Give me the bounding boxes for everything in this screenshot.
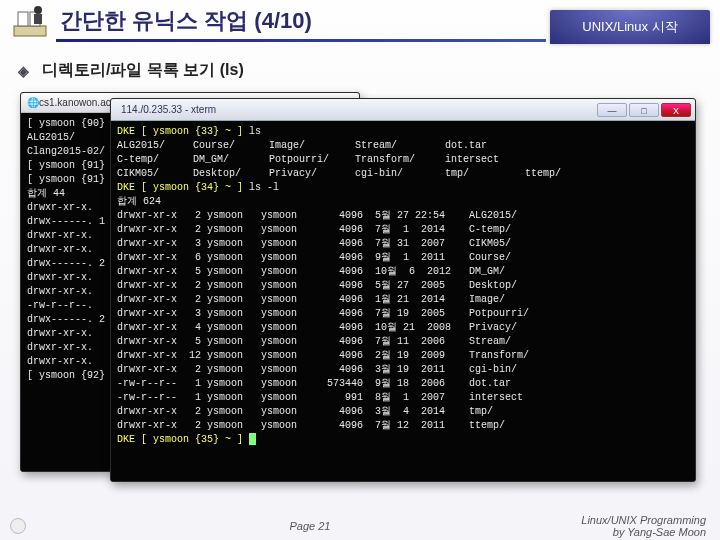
prompt-line-3: DKE [ ysmoon {35} ~ ]: [117, 434, 249, 445]
page-number: Page 21: [70, 520, 550, 532]
ls-col-3: Stream/ Transform/ cgi-bin/: [355, 139, 445, 181]
close-button[interactable]: X: [661, 103, 691, 117]
footer: Page 21 Linux/UNIX Programming by Yang-S…: [0, 512, 720, 540]
terminal-stack: 🌐 cs1.kanowon.ac.kr - [ ysmoon {90} ALG2…: [20, 92, 700, 486]
chapter-tab: UNIX/Linux 시작: [550, 10, 710, 44]
front-terminal-window: 114./0.235.33 - xterm — □ X DKE [ ysmoon…: [110, 98, 696, 482]
svg-rect-1: [18, 12, 28, 26]
total-line: 합계 624: [117, 196, 161, 207]
prompt-line-1: DKE [ ysmoon {33} ~ ]: [117, 126, 249, 137]
slide: 간단한 유닉스 작업 (4/10) UNIX/Linux 시작 ◈ 디렉토리/파…: [0, 0, 720, 540]
maximize-button[interactable]: □: [629, 103, 659, 117]
footer-logo: [0, 518, 70, 534]
ls-col-5: ttemp/: [525, 167, 561, 181]
ls-col-4: dot.tar intersect tmp/: [445, 139, 525, 181]
subheading-text: 디렉토리/파일 목록 보기 (ls): [42, 60, 244, 81]
ls-col-0: ALG2015/ C-temp/ CIKM05/: [117, 139, 193, 181]
ls-col-2: Image/ Potpourri/ Privacy/: [269, 139, 355, 181]
footer-credit: Linux/UNIX Programming by Yang-Sae Moon: [550, 514, 720, 538]
slide-title: 간단한 유닉스 작업 (4/10): [60, 6, 312, 36]
svg-point-3: [34, 6, 42, 14]
ls-command: ls: [249, 126, 261, 137]
svg-rect-4: [34, 14, 42, 24]
front-window-chrome: 114./0.235.33 - xterm — □ X: [111, 99, 695, 121]
bullet-icon: ◈: [18, 63, 34, 79]
front-window-title: 114./0.235.33 - xterm: [115, 104, 595, 115]
cursor: [249, 433, 256, 445]
svg-rect-0: [14, 26, 46, 36]
credit-line-2: by Yang-Sae Moon: [550, 526, 706, 538]
reader-icon: [10, 2, 50, 42]
ls-col-1: Course/ DM_GM/ Desktop/: [193, 139, 269, 181]
credit-line-1: Linux/UNIX Programming: [550, 514, 706, 526]
subheading: ◈ 디렉토리/파일 목록 보기 (ls): [18, 60, 244, 81]
logo-icon: [10, 518, 26, 534]
title-underline: [56, 39, 546, 42]
ls-l-command: ls -l: [249, 182, 279, 193]
prompt-line-2: DKE [ ysmoon {34} ~ ]: [117, 182, 249, 193]
minimize-button[interactable]: —: [597, 103, 627, 117]
title-bar: 간단한 유닉스 작업 (4/10) UNIX/Linux 시작: [0, 0, 720, 46]
front-terminal-body[interactable]: DKE [ ysmoon {33} ~ ] ls ALG2015/ C-temp…: [111, 121, 695, 481]
globe-icon: 🌐: [27, 97, 39, 108]
